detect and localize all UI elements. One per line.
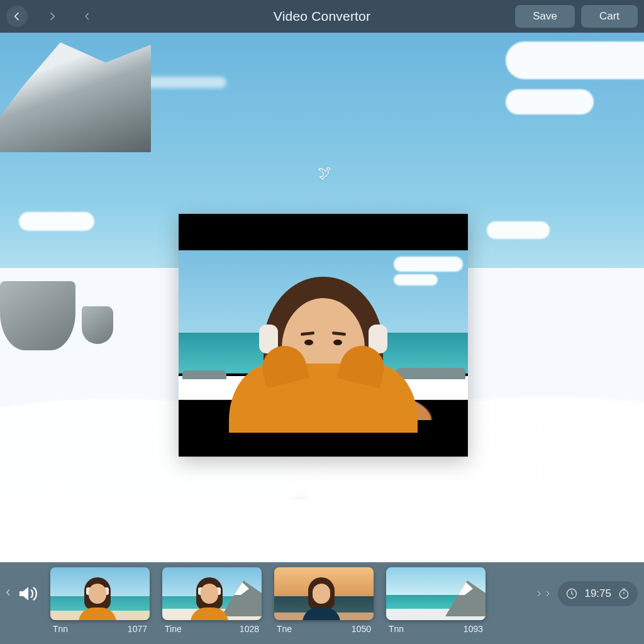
arrow-right-icon <box>47 11 57 21</box>
chevron-left-icon <box>82 11 92 21</box>
app-root: Video Convertor Save Cart 🕊 <box>0 0 644 644</box>
cloud-decoration <box>506 89 594 114</box>
thumbnail-item: Tne 1050 <box>274 567 374 634</box>
rock-decoration <box>82 306 113 344</box>
next-clips-button[interactable] <box>535 590 552 597</box>
clip-code: 1050 <box>352 624 371 634</box>
cloud-decoration <box>487 221 550 239</box>
clip-name: Tine <box>165 624 182 634</box>
clip-thumbnail[interactable] <box>386 567 486 620</box>
bird-icon: 🕊 <box>317 164 333 182</box>
video-subject <box>229 269 418 420</box>
history-back-button[interactable] <box>77 6 98 27</box>
header-bar: Video Convertor Save Cart <box>0 0 644 33</box>
timeline-bar: Tnn 1077 Tine 1028 <box>0 562 644 644</box>
thumbnail-item: Tnn 1093 <box>386 567 486 634</box>
timecode-control[interactable]: 19:75 <box>558 581 638 606</box>
svg-point-1 <box>619 590 628 598</box>
distant-land-decoration <box>182 370 226 379</box>
back-button[interactable] <box>6 6 28 27</box>
header-actions: Save Cart <box>515 5 638 28</box>
thumbnail-item: Tine 1028 <box>162 567 262 634</box>
arrow-left-icon <box>12 11 22 21</box>
video-content <box>179 250 468 420</box>
mountain-decoration <box>0 33 151 152</box>
thumbnail-meta: Tnn 1077 <box>50 620 150 634</box>
clip-name: Tne <box>277 624 292 634</box>
clip-thumbnail[interactable] <box>50 567 150 620</box>
thumbnail-meta: Tnn 1093 <box>386 620 486 634</box>
cloud-decoration <box>19 212 94 231</box>
clip-thumbnail[interactable] <box>274 567 374 620</box>
clip-code: 1028 <box>240 624 259 634</box>
thumbnail-item: Tnn 1077 <box>50 567 150 634</box>
right-controls: 19:75 <box>531 567 638 620</box>
clip-name: Tnn <box>389 624 404 634</box>
clip-code: 1093 <box>464 624 483 634</box>
forward-button[interactable] <box>42 6 63 27</box>
volume-button[interactable] <box>16 584 42 604</box>
thumbnail-strip: Tnn 1077 Tine 1028 <box>48 567 486 634</box>
timer-icon <box>618 587 630 600</box>
thumbnail-meta: Tine 1028 <box>162 620 262 634</box>
cloud-decoration <box>506 42 644 79</box>
background-scene: 🕊 <box>0 33 644 644</box>
clip-thumbnail[interactable] <box>162 567 262 620</box>
nav-group <box>6 6 98 27</box>
clip-code: 1077 <box>128 624 147 634</box>
prev-clip-button[interactable] <box>4 588 13 599</box>
timecode-value: 19:75 <box>584 587 611 600</box>
clock-icon <box>565 587 578 600</box>
volume-icon <box>18 585 40 602</box>
video-preview[interactable] <box>179 214 468 457</box>
clip-name: Tnn <box>53 624 68 634</box>
rock-decoration <box>0 281 75 350</box>
cart-button[interactable]: Cart <box>581 5 638 28</box>
left-controls <box>3 567 43 620</box>
thumbnail-meta: Tne 1050 <box>274 620 374 634</box>
chevron-left-icon <box>4 588 13 597</box>
save-button[interactable]: Save <box>515 5 575 28</box>
chevron-right-icon <box>535 590 543 597</box>
chevron-right-icon <box>544 590 552 597</box>
